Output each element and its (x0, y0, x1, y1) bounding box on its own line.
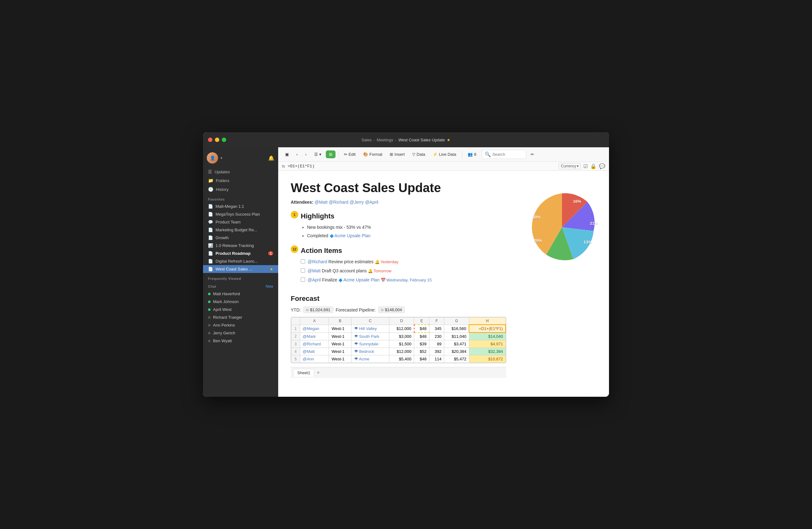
cell-h2[interactable]: $14,040 (469, 332, 506, 340)
pipeline-value[interactable]: $148,004 (378, 306, 405, 313)
sidebar-item-history[interactable]: 🕐 History (203, 185, 278, 194)
cell-e1[interactable]: $48 (414, 325, 429, 332)
add-sheet-button[interactable]: + (314, 369, 322, 377)
cell-b5[interactable]: West-1 (329, 355, 351, 363)
cell-g1[interactable]: $16,560 (444, 325, 469, 332)
sidebar-toggle-button[interactable]: ▣ (282, 151, 292, 158)
mention-richard-action[interactable]: @Richard (308, 259, 327, 264)
cell-a5[interactable]: @Ann (300, 355, 329, 363)
cell-f1[interactable]: 345 (429, 325, 444, 332)
cell-d3[interactable]: $1,500 (389, 340, 414, 348)
col-header-c[interactable]: C (351, 317, 389, 325)
cell-g2[interactable]: $11,040 (444, 332, 469, 340)
sidebar-item-folders[interactable]: 📁 Folders (203, 176, 278, 185)
cell-b4[interactable]: West-1 (329, 348, 351, 355)
avatar[interactable]: 👤 (207, 152, 218, 163)
cell-e3[interactable]: $39 (414, 340, 429, 348)
back-button[interactable]: ‹ (293, 151, 301, 158)
notification-bell-icon[interactable]: 🔔 (268, 155, 274, 161)
cell-d2[interactable]: $3,000 (389, 332, 414, 340)
cell-d4[interactable]: $12,000 (389, 348, 414, 355)
mention-matt[interactable]: @Matt (315, 200, 328, 205)
lock-icon[interactable]: 🔒 (590, 163, 596, 169)
sidebar-item-west-coast-sales[interactable]: 📄 West Coast Sales ... ★ (203, 265, 278, 273)
sidebar-item-release-tracking[interactable]: 📊 1.0 Release Tracking (203, 242, 278, 249)
cell-a3[interactable]: @Richard (300, 340, 329, 348)
breadcrumb-meetings[interactable]: Meetings (377, 138, 393, 142)
mention-april[interactable]: @April (365, 200, 378, 205)
col-header-a[interactable]: A (300, 317, 329, 325)
col-header-h[interactable]: H (469, 317, 506, 325)
chat-item-ann[interactable]: Ann Perkins (203, 321, 278, 329)
chat-item-richard[interactable]: Richard Traeger (203, 313, 278, 321)
cell-e5[interactable]: $48 (414, 355, 429, 363)
action-checkbox-3[interactable] (301, 277, 305, 282)
avatar-chevron-icon[interactable]: ▾ (220, 156, 222, 160)
cell-c4[interactable]: 🌩 Bedrock (351, 348, 389, 355)
cell-g4[interactable]: $20,384 (444, 348, 469, 355)
chat-new-button[interactable]: New (266, 284, 273, 289)
currency-dropdown[interactable]: Currency ▾ (559, 163, 581, 169)
sidebar-item-megatoys[interactable]: 📄 MegaToys Success Plan (203, 210, 278, 218)
search-box[interactable]: 🔍 (482, 150, 526, 159)
cell-c2[interactable]: 🌩 South Park (351, 332, 389, 340)
cell-d1[interactable]: $12,000 (389, 325, 414, 332)
search-input[interactable] (492, 152, 523, 157)
ytd-value[interactable]: $1,024,691 (303, 306, 333, 313)
col-header-d[interactable]: D (389, 317, 414, 325)
sidebar-item-matt-megan[interactable]: 📄 Matt-Megan 1:1 (203, 202, 278, 210)
cell-h5[interactable]: $10,872 (469, 355, 506, 363)
live-data-button[interactable]: ⚡ Live Data (430, 151, 459, 158)
cell-c3[interactable]: 🌩 Sunnydale (351, 340, 389, 348)
sidebar-item-growth[interactable]: 📄 Growth (203, 234, 278, 242)
cell-f5[interactable]: 114 (429, 355, 444, 363)
formula-display[interactable]: =D1+(E1*F1) (288, 164, 556, 169)
chat-item-ben[interactable]: Ben Wyatt (203, 337, 278, 345)
cell-f2[interactable]: 230 (429, 332, 444, 340)
col-header-f[interactable]: F (429, 317, 444, 325)
view-toggle-button[interactable]: ☰ ▾ (311, 151, 324, 158)
mention-richard[interactable]: @Richard (329, 200, 348, 205)
cell-g5[interactable]: $5,472 (444, 355, 469, 363)
col-header-b[interactable]: B (329, 317, 351, 325)
breadcrumb-current[interactable]: West Coast Sales Update (398, 138, 445, 142)
cell-a2[interactable]: @Mark (300, 332, 329, 340)
format-button[interactable]: 🎨 Format (360, 151, 385, 158)
favorite-star-icon[interactable]: ★ (447, 138, 450, 142)
mention-matt-action[interactable]: @Matt (308, 268, 320, 273)
cell-h4[interactable]: $32,384 (469, 348, 506, 355)
sidebar-item-updates[interactable]: ☰ Updates (203, 167, 278, 176)
cell-e4[interactable]: $52 (414, 348, 429, 355)
acme-upsale-link-1[interactable]: Acme Upsale Plan (330, 233, 371, 238)
chat-item-matt[interactable]: Matt Haverford (203, 290, 278, 298)
cell-c1[interactable]: 🌩 Hill Valley (351, 325, 389, 332)
mention-april-action[interactable]: @April (308, 277, 321, 282)
cell-f4[interactable]: 392 (429, 348, 444, 355)
sidebar-item-product-team[interactable]: 💬 Product Team (203, 218, 278, 226)
mention-jerry[interactable]: @Jerry (350, 200, 364, 205)
forward-button[interactable]: › (302, 151, 309, 158)
cell-b1[interactable]: West-1 (329, 325, 351, 332)
cell-d5[interactable]: $5,400 (389, 355, 414, 363)
chat-item-jerry[interactable]: Jerry Gerich (203, 329, 278, 337)
data-button[interactable]: ▽ Data (409, 151, 428, 158)
checkmark-icon[interactable]: ☑ (583, 163, 588, 169)
sheet-tab-1[interactable]: Sheet1 (293, 369, 314, 377)
cell-b3[interactable]: West-1 (329, 340, 351, 348)
cell-g3[interactable]: $3,471 (444, 340, 469, 348)
col-header-e[interactable]: E (414, 317, 429, 325)
cell-b2[interactable]: West-1 (329, 332, 351, 340)
cell-a1[interactable]: @Megan (300, 325, 329, 332)
minimize-button[interactable] (215, 138, 219, 142)
action-checkbox-2[interactable] (301, 268, 305, 273)
cell-h3[interactable]: $4,971 (469, 340, 506, 348)
cell-c5[interactable]: 🌩 Acme (351, 355, 389, 363)
collaborators-button[interactable]: 👥 8 (465, 151, 479, 158)
cell-e2[interactable]: $48 (414, 332, 429, 340)
comment-icon[interactable]: 💬 (599, 163, 605, 169)
maximize-button[interactable] (222, 138, 226, 142)
sidebar-item-digital-refresh[interactable]: 📄 Digital Refresh Launc... (203, 257, 278, 265)
grid-view-button[interactable]: ⊞ (326, 151, 335, 158)
cell-h1[interactable]: =D1+(E1*F1) (469, 325, 506, 332)
insert-button[interactable]: ⊞ Insert (387, 151, 408, 158)
